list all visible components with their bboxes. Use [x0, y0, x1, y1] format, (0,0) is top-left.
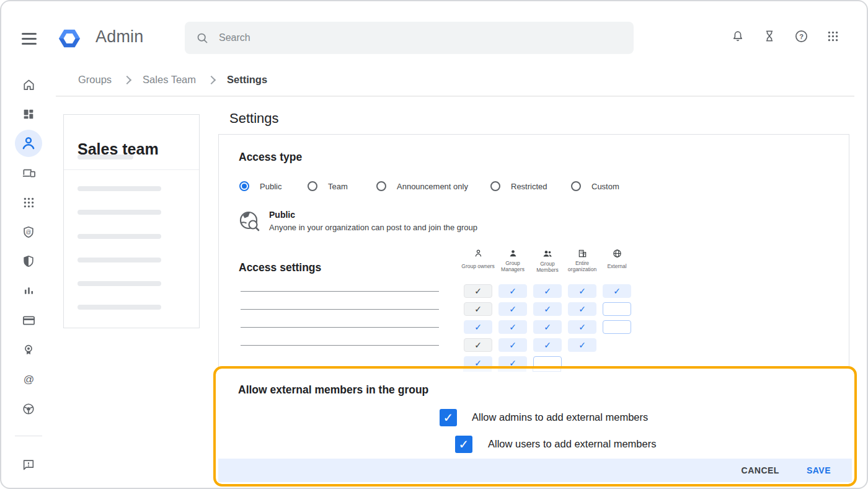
- at-sign-icon: @: [22, 372, 36, 387]
- access-grid: ✓✓✓✓✓✓✓✓✓✓✓✓✓✓✓✓✓✓✓: [464, 284, 631, 370]
- search-bar[interactable]: [185, 22, 634, 54]
- access-checkbox-r4c4[interactable]: ✓: [568, 338, 596, 352]
- placeholder-line: [78, 258, 161, 262]
- sidebar-item-account-shield[interactable]: @: [15, 218, 42, 246]
- access-checkbox-r1c2[interactable]: ✓: [498, 284, 527, 298]
- svg-text:@: @: [23, 372, 34, 385]
- chevron-right-icon: [123, 76, 131, 84]
- topbar-button-hourglass[interactable]: [762, 29, 777, 43]
- header-divider: [56, 96, 854, 97]
- breadcrumb-item-groups[interactable]: Groups: [78, 74, 112, 86]
- column-header-group-members: Group Members: [530, 249, 565, 273]
- grid-row-sliver: [463, 369, 492, 372]
- access-checkbox-r3c1[interactable]: ✓: [464, 320, 492, 334]
- page-title: Settings: [229, 110, 279, 127]
- svg-text:@: @: [26, 228, 32, 235]
- person-icon: [20, 135, 37, 151]
- sidebar-item-domains[interactable]: @: [15, 366, 42, 393]
- radio-option-custom[interactable]: Custom: [571, 181, 619, 191]
- checkbox-label: Allow users to add external members: [488, 438, 656, 450]
- access-type-heading: Access type: [239, 151, 302, 164]
- access-checkbox-r1c5[interactable]: ✓: [603, 284, 631, 298]
- radio-label: Restricted: [511, 182, 547, 191]
- access-checkbox-r4c1[interactable]: ✓: [464, 338, 492, 352]
- placeholder-line: [78, 210, 161, 215]
- column-label: Group Members: [530, 261, 565, 273]
- shield-icon: [22, 254, 35, 268]
- person-outline-icon: [474, 249, 483, 258]
- access-checkbox-r1c1[interactable]: ✓: [464, 284, 492, 298]
- radio-selected[interactable]: [239, 181, 249, 191]
- access-checkbox-r1c4[interactable]: ✓: [568, 284, 596, 298]
- svg-text:?: ?: [799, 32, 804, 40]
- person-filled-icon: [508, 249, 518, 258]
- menu-button[interactable]: [22, 33, 37, 45]
- placeholder-line: [78, 234, 161, 239]
- building-icon: [578, 249, 587, 258]
- grid-row-sliver: [533, 369, 561, 372]
- cancel-button[interactable]: CANCEL: [742, 465, 779, 475]
- selected-access-description: Anyone in your organization can post to …: [269, 223, 477, 232]
- access-checkbox-r2c1[interactable]: ✓: [464, 302, 492, 316]
- column-label: External: [607, 260, 626, 272]
- apps-grid-icon: [22, 196, 35, 209]
- sidebar-item-home[interactable]: [15, 71, 42, 98]
- access-checkbox-r2c5[interactable]: [603, 302, 631, 316]
- radio-option-announcement-only[interactable]: Announcement only: [376, 181, 468, 191]
- sidebar-item-navigation[interactable]: [15, 395, 42, 423]
- sidebar-item-reporting[interactable]: [15, 277, 42, 305]
- radio-option-restricted[interactable]: Restricted: [490, 181, 547, 191]
- radio-option-team[interactable]: Team: [308, 181, 348, 191]
- topbar-button-apps[interactable]: [825, 29, 840, 43]
- access-checkbox-r3c5[interactable]: [603, 320, 631, 334]
- globe-icon: [613, 249, 622, 258]
- shield-at-icon: @: [22, 225, 35, 239]
- radio-unselected[interactable]: [308, 181, 317, 191]
- radio-unselected[interactable]: [571, 181, 581, 191]
- access-checkbox-r1c3[interactable]: ✓: [533, 284, 562, 298]
- radio-label: Public: [260, 182, 281, 191]
- topbar-icons: ?: [730, 29, 840, 43]
- radio-unselected[interactable]: [490, 181, 500, 191]
- checkbox-allow-admins-to-add-external-members[interactable]: ✓: [440, 409, 457, 426]
- access-checkbox-r3c3[interactable]: ✓: [533, 320, 562, 334]
- sidebar-item-security[interactable]: [15, 248, 42, 275]
- home-icon: [22, 78, 36, 92]
- access-checkbox-r2c3[interactable]: ✓: [533, 302, 562, 316]
- globe-search-icon: [237, 209, 262, 234]
- save-button[interactable]: SAVE: [807, 465, 831, 475]
- radio-unselected[interactable]: [376, 181, 386, 191]
- radio-label: Custom: [591, 182, 619, 191]
- access-checkbox-r4c3[interactable]: ✓: [533, 338, 562, 352]
- checkbox-allow-users-to-add-external-members[interactable]: ✓: [455, 436, 472, 453]
- sidebar-item-apps[interactable]: [15, 189, 42, 216]
- devices-icon: [22, 166, 36, 180]
- access-checkbox-r4c2[interactable]: ✓: [498, 338, 527, 352]
- steering-wheel-icon: [22, 402, 35, 416]
- checkbox-label: Allow admins to add external members: [472, 411, 648, 423]
- sidebar-item-devices[interactable]: [15, 159, 42, 187]
- access-checkbox-r2c2[interactable]: ✓: [498, 302, 527, 316]
- admin-logo-icon: [58, 27, 81, 50]
- radio-option-public[interactable]: Public: [239, 181, 281, 191]
- sidebar-item-dashboard[interactable]: [15, 101, 42, 128]
- bell-icon: [731, 29, 745, 43]
- topbar-button-help[interactable]: ?: [794, 29, 808, 43]
- sidebar-item-feedback[interactable]: [15, 451, 42, 478]
- access-checkbox-r3c2[interactable]: ✓: [498, 320, 527, 334]
- sidebar-item-billing[interactable]: [15, 307, 42, 334]
- selected-access-title: Public: [269, 210, 295, 220]
- access-checkbox-r3c4[interactable]: ✓: [568, 320, 596, 334]
- hourglass-icon: [763, 29, 776, 43]
- placeholder-line: [78, 155, 133, 159]
- sidebar-item-directory[interactable]: [15, 130, 42, 157]
- sidebar-item-certificate[interactable]: [15, 336, 42, 364]
- breadcrumb-item-sales-team[interactable]: Sales Team: [143, 74, 196, 86]
- access-checkbox-r2c4[interactable]: ✓: [568, 302, 596, 316]
- topbar-button-notifications[interactable]: [730, 29, 745, 43]
- column-label: Group owners: [461, 260, 494, 272]
- feedback-icon: [22, 458, 35, 472]
- search-input[interactable]: [218, 32, 592, 44]
- people-icon: [542, 249, 552, 259]
- grid-row-sliver: [498, 369, 526, 372]
